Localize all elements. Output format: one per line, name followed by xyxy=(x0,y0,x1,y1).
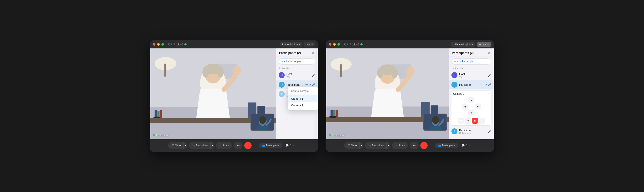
video-button-group-left: 📷 Stop video ▾ xyxy=(189,142,214,149)
camera-dropdown-left: Control camera Camera 1 ↖ Camera 2 xyxy=(288,87,318,110)
end-call-button-left[interactable]: ✕ xyxy=(244,142,252,149)
info-icon[interactable]: i xyxy=(171,43,175,46)
mute-button-right[interactable]: 🎤 Mute xyxy=(344,142,359,149)
callin-participant-row: P Participant Call-in user 🎤 xyxy=(449,127,494,136)
question-icon[interactable]: ? xyxy=(166,43,170,46)
host-avatar-right: H xyxy=(452,72,458,78)
video-dropdown-left[interactable]: ▾ xyxy=(210,142,214,149)
participants-tab-left[interactable]: 👥 Participants xyxy=(259,143,282,148)
svg-point-10 xyxy=(233,66,241,75)
share-button-right[interactable]: ⬆ Share xyxy=(392,142,408,149)
layout-button-right[interactable]: ⊞ Layout xyxy=(477,42,491,47)
svg-point-42 xyxy=(432,116,439,124)
participant-name-left: Participant xyxy=(286,83,304,86)
participant-settings-row-right: ⚙ 🎤 xyxy=(485,83,491,86)
maximize-traffic-light-right[interactable] xyxy=(338,43,340,46)
pip-button-right[interactable]: ⧉ Picture-in-picture xyxy=(450,42,475,47)
chat-tab-right[interactable]: 💬 Chat xyxy=(459,143,474,148)
plus-icon: + xyxy=(282,60,283,63)
dpad-right-button[interactable]: ▶ xyxy=(475,104,481,110)
camera-dpad: ▲ ◀ ▶ ▼ xyxy=(462,97,481,116)
participant-gear-button[interactable]: ⚙ xyxy=(309,83,311,86)
minimize-traffic-light-right[interactable] xyxy=(333,43,336,46)
close-panel-button-right[interactable]: ✕ xyxy=(488,51,491,55)
video-button-group-right: 📷 Stop video ▾ xyxy=(365,142,390,149)
dropdown-camera1-left[interactable]: Camera 1 ↖ xyxy=(288,95,318,102)
title-bar-left: ? i 12:40 Picture-in-picture Layout xyxy=(150,40,318,48)
host-name-left: Host xyxy=(286,72,310,76)
share-icon-right: ⬆ xyxy=(395,144,397,147)
camera-controls: ▲ ◀ ▶ ▼ + ↺ ■ − xyxy=(453,97,490,124)
stop-video-button-right[interactable]: 📷 Stop video xyxy=(365,142,386,149)
camera-stop-button[interactable]: ■ xyxy=(472,118,478,124)
dpad-left-button[interactable]: ◀ xyxy=(462,104,468,110)
svg-point-20 xyxy=(259,116,266,124)
host-row-left: H Host You 🎤 xyxy=(276,70,318,80)
participant-info-right: Participant xyxy=(459,83,483,86)
camera2-label: Camera 2 xyxy=(291,104,303,107)
pip-video-right xyxy=(423,114,447,131)
end-call-icon-left: ✕ xyxy=(247,144,249,147)
more-button-left[interactable]: ••• xyxy=(234,142,242,149)
question-icon-right[interactable]: ? xyxy=(342,43,346,46)
video-dropdown-right[interactable]: ▾ xyxy=(386,142,390,149)
host-name-right: Host xyxy=(459,72,486,76)
participant-more-button[interactable]: ••• xyxy=(305,83,308,86)
close-traffic-light-right[interactable] xyxy=(329,43,332,46)
pip-person-svg xyxy=(251,114,274,131)
dropdown-header-left: Control camera xyxy=(288,88,318,94)
end-call-button-right[interactable]: ✕ xyxy=(420,142,428,149)
mic-icon-right: 🎤 xyxy=(347,144,350,147)
plus-icon-right: + xyxy=(454,60,456,63)
chat-tab-left[interactable]: 💬 Chat xyxy=(283,143,298,148)
host-avatar-left: H xyxy=(279,72,285,78)
minimize-traffic-light[interactable] xyxy=(157,43,160,46)
dpad-empty-tl xyxy=(462,97,468,103)
more-button-right[interactable]: ••• xyxy=(410,142,418,149)
camera-expand-button[interactable]: ⤢ xyxy=(487,92,490,95)
participants-tab-right[interactable]: 👥 Participants xyxy=(435,143,458,148)
mute-button-left[interactable]: 🎤 Mute xyxy=(168,142,183,149)
pip-video-left xyxy=(250,114,274,131)
callin-avatar: P xyxy=(452,128,458,134)
maximize-traffic-light[interactable] xyxy=(162,43,164,46)
camera-refresh-button[interactable]: ↺ xyxy=(465,118,471,124)
active-indicator-right xyxy=(360,43,362,45)
bottom-bar-right: 🎤 Mute ▾ 📷 Stop video ▾ ⬆ Share ••• ✕ 👥 xyxy=(326,139,494,152)
chat-icon-right: 💬 xyxy=(462,144,465,147)
share-button-left[interactable]: ⬆ Share xyxy=(216,142,232,149)
svg-rect-34 xyxy=(330,110,333,117)
section-label-left: In this visit xyxy=(276,66,318,70)
zoom-in-button[interactable]: + xyxy=(458,118,464,124)
close-panel-button-left[interactable]: ✕ xyxy=(312,51,315,55)
svg-rect-12 xyxy=(154,110,157,118)
participant-label-right: Participant xyxy=(329,134,344,137)
mute-button-group-right: 🎤 Mute ▾ xyxy=(344,142,363,149)
participant-settings-row: ••• ⚙ 🎤 xyxy=(305,83,315,86)
participant-info-left: Participant xyxy=(286,83,304,86)
divider-left xyxy=(254,143,254,148)
mute-dropdown-left[interactable]: ▾ xyxy=(183,142,187,149)
callin-info: Participant Call-in user xyxy=(459,129,486,134)
host-row-right: H Host You 🎤 xyxy=(449,70,494,80)
zoom-out-button[interactable]: − xyxy=(479,118,485,124)
dropdown-camera2-left[interactable]: Camera 2 xyxy=(288,102,318,109)
participant-row-right: P Participant ⚙ 🎤 xyxy=(449,80,494,89)
info-icon-right[interactable]: i xyxy=(347,43,351,46)
dpad-up-button[interactable]: ▲ xyxy=(468,97,474,103)
invite-people-button-left[interactable]: + + Invite people xyxy=(279,58,315,64)
close-traffic-light[interactable] xyxy=(153,43,156,46)
participant-gear-button-right[interactable]: ⚙ xyxy=(485,83,487,86)
layout-button[interactable]: Layout xyxy=(304,42,315,46)
pip-button[interactable]: Picture-in-picture xyxy=(280,42,302,46)
participant-mic-icon-right: 🎤 xyxy=(488,83,491,86)
dpad-down-button[interactable]: ▼ xyxy=(468,110,474,116)
callin-name: Participant xyxy=(459,129,486,132)
svg-point-31 xyxy=(392,67,398,78)
invite-people-button-right[interactable]: + + Invite people xyxy=(452,58,491,64)
mute-dropdown-right[interactable]: ▾ xyxy=(359,142,363,149)
stop-video-button-left[interactable]: 📷 Stop video xyxy=(189,142,210,149)
cursor-indicator: ↖ xyxy=(312,97,314,100)
dropdown-separator xyxy=(288,95,318,95)
host-mic-icon-right: 🎤 xyxy=(488,74,491,77)
